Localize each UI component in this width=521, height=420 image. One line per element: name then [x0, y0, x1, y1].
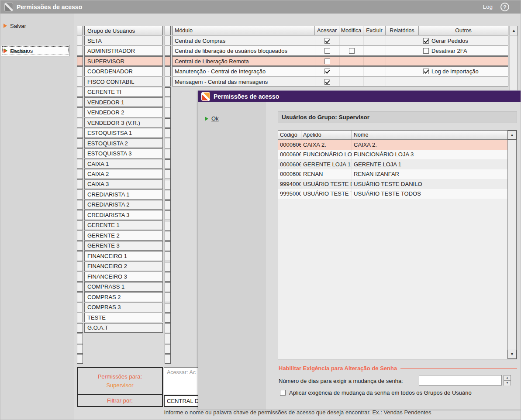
acessar-checkbox[interactable]	[324, 79, 330, 85]
acessar-checkbox[interactable]	[324, 48, 330, 54]
user-row[interactable]: 99940000 USUÁRIO TESTE DAN USUÁRIO TESTE…	[278, 179, 508, 189]
row-selector[interactable]	[77, 66, 83, 76]
row-selector[interactable]	[165, 66, 171, 76]
row-selector[interactable]	[77, 323, 83, 333]
modifica-checkbox[interactable]	[349, 48, 355, 54]
group-row[interactable]: ESTOQUISTA 2	[77, 138, 164, 148]
outros-checkbox[interactable]	[423, 48, 429, 54]
acessar-checkbox[interactable]	[324, 59, 330, 64]
group-row[interactable]: ESTOQUISSTA 3	[77, 148, 164, 158]
group-row[interactable]: COMPRASS 1	[77, 282, 164, 292]
row-selector[interactable]	[77, 159, 83, 169]
user-row[interactable]: 00006084 RENAN RENAN IZANFAR	[278, 169, 508, 179]
group-row[interactable]: VENDEDOR 3 (V.R.)	[77, 118, 164, 127]
row-selector[interactable]	[77, 231, 83, 240]
log-button[interactable]: Log	[483, 0, 493, 14]
row-selector[interactable]	[77, 210, 83, 220]
users-scrollbar[interactable]: ▲ ▼	[507, 131, 517, 359]
row-selector[interactable]	[77, 56, 83, 66]
user-row-selected[interactable]: 00006060 CAIXA 2. CAIXA 2.	[278, 140, 508, 150]
row-selector[interactable]	[77, 107, 83, 117]
group-row[interactable]: FINANCEIRO 2	[77, 262, 164, 271]
scroll-down-icon[interactable]: ▼	[507, 350, 517, 359]
row-selector[interactable]	[77, 148, 83, 158]
user-row[interactable]: 00006064 GERENTE LOJA 1 GERENTE LOJA 1	[278, 159, 508, 169]
module-scrollbar[interactable]	[510, 35, 518, 90]
module-scroll-up-icon[interactable]: ▲	[510, 26, 518, 35]
row-selector[interactable]	[77, 272, 83, 281]
group-row[interactable]: COORDENADOR	[77, 66, 164, 76]
group-row[interactable]: VENDEDOR 1	[77, 97, 164, 107]
user-row[interactable]: 00006063 FUNCIONÁRIO LOJA 3 FUNCIONÁRIO …	[278, 150, 508, 160]
group-row[interactable]: GERENTE 3	[77, 241, 164, 251]
group-row[interactable]: SETA	[77, 36, 164, 45]
row-selector[interactable]	[165, 56, 171, 66]
row-selector[interactable]	[77, 36, 83, 45]
apply-all-checkbox[interactable]	[280, 390, 286, 396]
row-selector[interactable]	[77, 282, 83, 292]
group-row[interactable]: G.O.A.T	[77, 323, 164, 333]
row-selector[interactable]	[165, 36, 171, 45]
row-selector[interactable]	[77, 189, 83, 199]
group-row[interactable]: CAIXA 3	[77, 179, 164, 189]
outros-checkbox[interactable]	[423, 38, 429, 44]
row-selector[interactable]	[77, 251, 83, 261]
filter-by-box: Filtrar por:	[77, 395, 163, 407]
module-row[interactable]: Central de liberação de usuários bloquea…	[165, 46, 510, 55]
row-selector[interactable]	[77, 169, 83, 179]
module-row[interactable]: Mensagem - Central das mensagens	[165, 77, 510, 86]
group-row[interactable]: ESTOQUISTSA 1	[77, 128, 164, 138]
group-row[interactable]: VENDEDOR 2	[77, 107, 164, 117]
row-selector[interactable]	[77, 200, 83, 210]
row-selector[interactable]	[77, 138, 83, 148]
row-selector[interactable]	[77, 313, 83, 322]
outros-checkbox[interactable]	[423, 69, 429, 74]
group-row[interactable]: CREDIARISTA 2	[77, 200, 164, 210]
close-button[interactable]: Fechar	[3, 47, 28, 55]
acessar-checkbox[interactable]	[324, 69, 330, 74]
spinner-down-icon[interactable]: ▼	[504, 381, 511, 386]
row-selector[interactable]	[77, 262, 83, 271]
days-spinner[interactable]: ▲ ▼	[504, 375, 511, 386]
group-row[interactable]: CAIXA 1	[77, 159, 164, 169]
module-row[interactable]: Manutenção - Central de Integração Log d…	[165, 66, 510, 76]
row-selector[interactable]	[77, 46, 83, 55]
save-button[interactable]: Salvar	[3, 21, 26, 30]
group-row[interactable]: GERENTE 2	[77, 231, 164, 240]
group-row[interactable]: FISCO CONTABIL	[77, 77, 164, 86]
group-row[interactable]: COMPRAS 3	[77, 303, 164, 312]
row-selector[interactable]	[77, 292, 83, 302]
scroll-up-icon[interactable]: ▲	[507, 131, 517, 140]
group-row[interactable]: FINANCEIRO 1	[77, 251, 164, 261]
help-icon[interactable]: ?	[500, 3, 509, 11]
row-selector[interactable]	[77, 220, 83, 230]
spinner-up-icon[interactable]: ▲	[504, 375, 511, 381]
group-row-selected[interactable]: SUPERVISOR	[77, 56, 164, 66]
group-row[interactable]: GERENTE TI	[77, 87, 164, 96]
days-input[interactable]	[419, 375, 502, 386]
row-selector[interactable]	[77, 97, 83, 107]
row-selector[interactable]	[165, 46, 171, 55]
group-row[interactable]: GERENTE 1	[77, 220, 164, 230]
row-selector[interactable]	[77, 241, 83, 251]
user-row[interactable]: 99950000 USUÁRIO TESTE TODO USUÁRIO TEST…	[278, 189, 508, 199]
module-empty-row-selectors	[165, 87, 171, 365]
row-selector[interactable]	[77, 118, 83, 127]
row-selector[interactable]	[77, 77, 83, 86]
module-row-selected[interactable]: Central de Liberação Remota	[165, 56, 510, 66]
group-row[interactable]: FINANCEIRO 3	[77, 272, 164, 281]
row-selector[interactable]	[77, 128, 83, 138]
row-selector[interactable]	[77, 179, 83, 189]
row-selector[interactable]	[165, 77, 171, 86]
group-row[interactable]: CREDIARISTA 1	[77, 189, 164, 199]
acessar-checkbox[interactable]	[324, 38, 330, 44]
group-row[interactable]: COMPRAS 2	[77, 292, 164, 302]
group-row[interactable]: ADMINISTRADOR	[77, 46, 164, 55]
module-row[interactable]: Central de Compras Gerar Pedidos	[165, 36, 510, 45]
group-row[interactable]: CREDIARISTA 3	[77, 210, 164, 220]
group-row[interactable]: TESTE	[77, 313, 164, 322]
row-selector[interactable]	[77, 303, 83, 312]
ok-button[interactable]: Ok	[205, 115, 219, 122]
group-row[interactable]: CAIXA 2	[77, 169, 164, 179]
row-selector[interactable]	[77, 87, 83, 96]
